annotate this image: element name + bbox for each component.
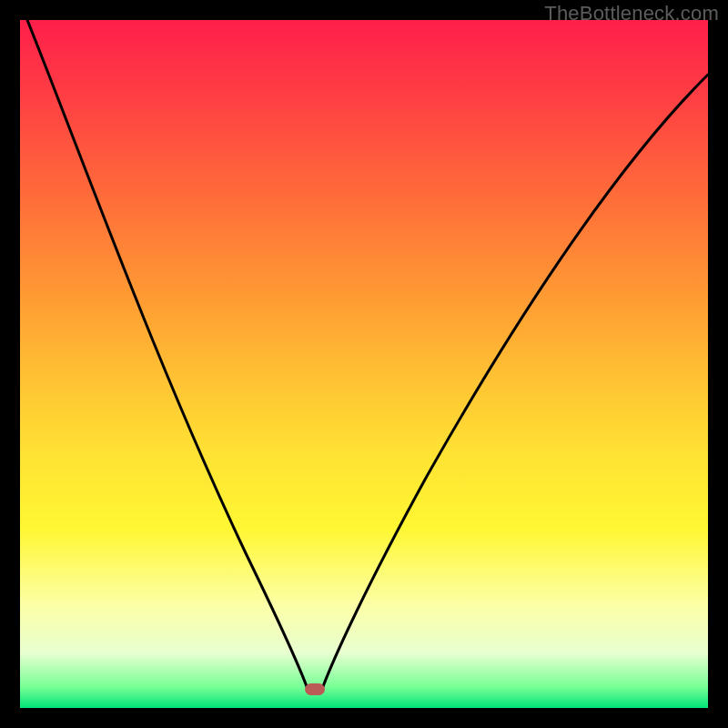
watermark-text: TheBottleneck.com (544, 2, 719, 25)
bottleneck-curve (20, 20, 708, 708)
chart-frame (20, 20, 708, 708)
optimum-marker (305, 683, 325, 695)
curve-path (27, 20, 708, 689)
